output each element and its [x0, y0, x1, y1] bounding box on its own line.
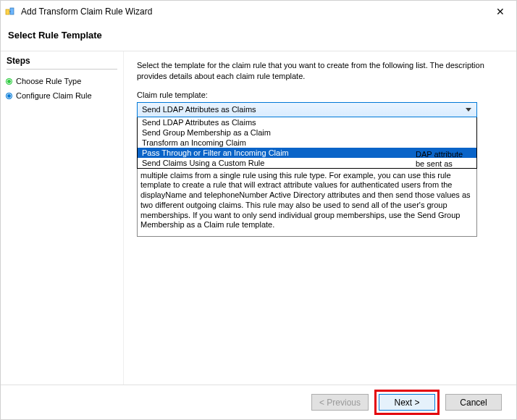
- chevron-down-icon: [463, 104, 474, 116]
- wizard-button-row: < Previous Next > Cancel: [1, 385, 516, 419]
- main-panel: Select the template for the claim rule t…: [124, 51, 516, 385]
- content-area: Steps Choose Rule Type Configure Claim R…: [1, 51, 516, 385]
- close-button[interactable]: ✕: [484, 1, 516, 22]
- steps-sidebar: Steps Choose Rule Type Configure Claim R…: [1, 51, 124, 385]
- steps-heading: Steps: [7, 56, 117, 70]
- combo-label: Claim rule template:: [137, 91, 503, 99]
- close-icon: ✕: [496, 6, 505, 17]
- step-bullet-icon: [7, 93, 12, 98]
- cancel-button[interactable]: Cancel: [445, 394, 502, 411]
- step-choose-rule-type[interactable]: Choose Rule Type: [7, 74, 117, 88]
- step-bullet-icon: [7, 79, 12, 84]
- step-label: Choose Rule Type: [16, 77, 81, 85]
- previous-button: < Previous: [311, 394, 369, 411]
- step-configure-claim-rule[interactable]: Configure Claim Rule: [7, 88, 117, 103]
- wizard-icon: [5, 6, 17, 17]
- instruction-text: Select the template for the claim rule t…: [137, 60, 503, 82]
- dropdown-option[interactable]: Send Group Membership as a Claim: [138, 127, 476, 138]
- window-title: Add Transform Claim Rule Wizard: [21, 7, 152, 17]
- page-heading: Select Rule Template: [1, 22, 516, 51]
- next-button[interactable]: Next >: [379, 394, 435, 411]
- claim-rule-template-combo[interactable]: Send LDAP Attributes as Claims: [137, 102, 477, 117]
- rule-template-description: DAP attribute be sent as multiple claims…: [137, 169, 477, 238]
- step-label: Configure Claim Rule: [16, 91, 92, 100]
- svg-rect-0: [6, 9, 9, 14]
- combo-selected-value: Send LDAP Attributes as Claims: [142, 105, 256, 114]
- next-button-highlight: Next >: [374, 390, 440, 415]
- title-bar: Add Transform Claim Rule Wizard ✕: [1, 1, 516, 22]
- dropdown-option[interactable]: Transform an Incoming Claim: [138, 138, 476, 148]
- desc-body: multiple claims from a single rule using…: [140, 171, 471, 230]
- dropdown-option[interactable]: Send LDAP Attributes as Claims: [138, 117, 476, 127]
- desc-fragment: DAP attribute be sent as: [416, 150, 474, 170]
